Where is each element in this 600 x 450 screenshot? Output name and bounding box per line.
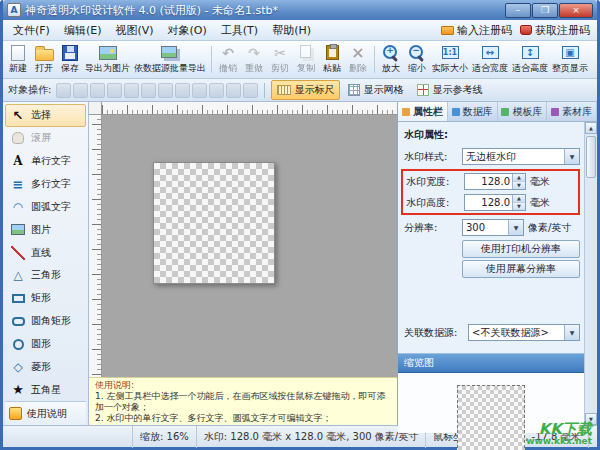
zoom-in-button[interactable]: + 放大 — [378, 42, 404, 77]
fit-width-button[interactable]: ↔ 适合宽度 — [470, 42, 510, 77]
tool-line[interactable]: 直线 — [5, 241, 86, 264]
group-icon[interactable] — [243, 83, 258, 98]
fit-width-icon: ↔ — [482, 46, 499, 59]
tool-diamond[interactable]: ◇ 菱形 — [5, 355, 86, 378]
delete-button[interactable]: × 删除 — [345, 42, 371, 77]
menu-help[interactable]: 帮助(H) — [265, 21, 318, 40]
title-bar[interactable]: A 神奇透明水印设计软件 4.0 (试用版) - 未命名1.stb* – ❒ × — [3, 0, 597, 20]
tab-properties[interactable]: 属性栏 — [398, 102, 448, 121]
tool-triangle[interactable]: △ 三角形 — [5, 264, 86, 287]
watermark-canvas[interactable] — [153, 162, 275, 284]
same-width-icon[interactable] — [158, 83, 173, 98]
actual-size-button[interactable]: 1:1 实际大小 — [430, 42, 470, 77]
maximize-button[interactable]: ❒ — [532, 3, 558, 18]
fit-page-button[interactable]: ▣ 整页显示 — [550, 42, 590, 77]
main-toolbar: 新建 打开 保存 导出为图片 依数据源批量导出 ↶ 撤销 ↷ 重做 ✂ 剪 — [3, 41, 597, 79]
watermark-style-row: 水印样式: 无边框水印 ▼ — [404, 148, 580, 165]
cut-button[interactable]: ✂ 剪切 — [267, 42, 293, 77]
tool-multi-line-text[interactable]: ≡ 多行文字 — [5, 173, 86, 196]
align-right-icon[interactable] — [90, 83, 105, 98]
window-title: 神奇透明水印设计软件 4.0 (试用版) - 未命名1.stb* — [25, 3, 501, 18]
height-input[interactable]: 128.0 ▲ ▼ — [464, 194, 526, 211]
dropdown-arrow-icon[interactable]: ▼ — [564, 325, 579, 340]
panel-spacer — [404, 280, 580, 324]
minimize-button[interactable]: – — [505, 3, 531, 18]
menu-view[interactable]: 视图(V) — [108, 21, 160, 40]
dropdown-arrow-icon[interactable]: ▼ — [508, 220, 523, 235]
style-select[interactable]: 无边框水印 ▼ — [462, 148, 580, 165]
spin-down-icon[interactable]: ▼ — [513, 203, 525, 210]
height-value[interactable]: 128.0 — [465, 195, 512, 210]
zoom-out-button[interactable]: − 缩小 — [404, 42, 430, 77]
close-button[interactable]: × — [559, 3, 593, 18]
fit-height-icon: ↕ — [522, 46, 539, 59]
paste-button[interactable]: 粘贴 — [319, 42, 345, 77]
tool-star[interactable]: ★ 五角星 — [5, 378, 86, 401]
resolution-input[interactable]: 300 ▼ — [462, 219, 524, 236]
same-height-icon[interactable] — [175, 83, 190, 98]
fit-height-button[interactable]: ↕ 适合高度 — [510, 42, 550, 77]
align-middle-icon[interactable] — [124, 83, 139, 98]
tool-select[interactable]: ↖ 选择 — [5, 104, 86, 127]
usage-help-button[interactable]: 使用说明 — [5, 401, 86, 425]
star-icon: ★ — [10, 382, 26, 398]
tool-arc-text[interactable]: ◠ 圆弧文字 — [5, 195, 86, 218]
width-value[interactable]: 128.0 — [465, 174, 512, 189]
redo-button[interactable]: ↷ 重做 — [241, 42, 267, 77]
spin-up-icon[interactable]: ▲ — [513, 174, 525, 182]
width-label: 水印宽度: — [406, 175, 464, 189]
redo-icon: ↷ — [244, 44, 264, 61]
tool-single-line-text[interactable]: A 单行文字 — [5, 150, 86, 173]
width-spinner: ▲ ▼ — [512, 174, 525, 189]
same-size-icon[interactable] — [192, 83, 207, 98]
align-center-icon[interactable] — [73, 83, 88, 98]
zoom-in-icon: + — [382, 44, 400, 61]
tool-rounded-rectangle[interactable]: 圆角矩形 — [5, 310, 86, 333]
menu-tools[interactable]: 工具(T) — [214, 21, 265, 40]
datasource-select[interactable]: <不关联数据源> ▼ — [468, 324, 580, 341]
bring-front-icon[interactable] — [209, 83, 224, 98]
tool-circle[interactable]: 圆形 — [5, 333, 86, 356]
diamond-icon: ◇ — [10, 359, 26, 375]
export-image-button[interactable]: 导出为图片 — [83, 42, 132, 77]
show-guides-toggle[interactable]: 显示参考线 — [411, 80, 488, 100]
keyboard-icon — [441, 26, 454, 35]
align-left-icon[interactable] — [56, 83, 71, 98]
open-button[interactable]: 打开 — [31, 42, 57, 77]
tool-rectangle[interactable]: 矩形 — [5, 287, 86, 310]
enter-register-code-button[interactable]: 输入注册码 — [441, 23, 512, 38]
align-top-icon[interactable] — [107, 83, 122, 98]
use-screen-resolution-button[interactable]: 使用屏幕分辨率 — [462, 260, 580, 278]
send-back-icon[interactable] — [226, 83, 241, 98]
tab-templates[interactable]: 模板库 — [498, 102, 548, 121]
datasource-row: 关联数据源: <不关联数据源> ▼ — [404, 324, 580, 341]
right-panel-scrollbar[interactable]: ▲ ▼ — [584, 122, 597, 425]
menu-file[interactable]: 文件(F) — [6, 21, 57, 40]
scroll-up-icon[interactable]: ▲ — [585, 122, 597, 134]
tool-pan[interactable]: 滚屏 — [5, 127, 86, 150]
tab-materials[interactable]: 素材库 — [547, 102, 597, 121]
get-register-code-button[interactable]: 获取注册码 — [520, 23, 590, 38]
resolution-row: 分辨率: 300 ▼ 像素/英寸 — [404, 219, 580, 236]
spin-down-icon[interactable]: ▼ — [513, 182, 525, 189]
height-spinner: ▲ ▼ — [512, 195, 525, 210]
menu-edit[interactable]: 编辑(E) — [57, 21, 109, 40]
new-button[interactable]: 新建 — [5, 42, 31, 77]
show-grid-toggle[interactable]: 显示网格 — [342, 80, 409, 100]
width-input[interactable]: 128.0 ▲ ▼ — [464, 173, 526, 190]
align-bottom-icon[interactable] — [141, 83, 156, 98]
show-ruler-toggle[interactable]: 显示标尺 — [271, 80, 340, 100]
batch-export-button[interactable]: 依数据源批量导出 — [132, 42, 208, 77]
dropdown-arrow-icon[interactable]: ▼ — [564, 149, 579, 164]
tab-database[interactable]: 数据库 — [448, 102, 498, 121]
copy-button[interactable]: 复制 — [293, 42, 319, 77]
save-button[interactable]: 保存 — [57, 42, 83, 77]
undo-button[interactable]: ↶ 撤销 — [215, 42, 241, 77]
use-printer-resolution-button[interactable]: 使用打印机分辨率 — [462, 240, 580, 258]
spin-up-icon[interactable]: ▲ — [513, 195, 525, 203]
scrollbar-thumb[interactable] — [586, 136, 596, 178]
menu-object[interactable]: 对象(O) — [161, 21, 214, 40]
canvas-area[interactable]: 使用说明: 1. 左侧工具栏中选择一个功能后，在画布区域按住鼠标左键拖动，即可添… — [89, 102, 397, 425]
resolution-unit: 像素/英寸 — [528, 221, 571, 235]
tool-image[interactable]: 图片 — [5, 218, 86, 241]
